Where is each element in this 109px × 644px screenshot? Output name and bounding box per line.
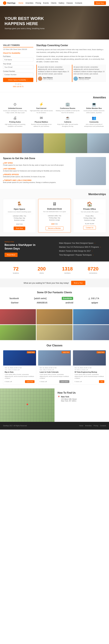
nav-links: Home Amenities Pricing Events Clients Ga… [18, 2, 82, 4]
feature-2-0: Private Office [76, 215, 104, 217]
class-badge-2[interactable]: Apply Now [97, 351, 105, 353]
footer-link-amenities[interactable]: Amenities [85, 425, 92, 426]
feature-1-1: Printing 50pp / day [41, 217, 69, 219]
dedicated-desk-desc: Your own dedicated desk in our space [41, 211, 69, 212]
book-now-button[interactable]: Book Now [94, 1, 106, 5]
class-body-1: Oct. 10, 2016 | 15:30–17:30 Dan. Gilly |… [38, 366, 71, 384]
space-title-2: PRIVATE OFFICES [3, 174, 73, 176]
amenity-name-4: Printing Suites [3, 121, 27, 123]
avatar-1 [38, 76, 42, 81]
person-photo-1 [0, 133, 22, 153]
nav-contacts[interactable]: Contacts [75, 2, 82, 4]
space-hot-desking: HOT DESKING A shared desk space for free… [3, 168, 73, 172]
open-space-book-button[interactable]: Book Now [14, 226, 25, 230]
email-input[interactable] [3, 65, 33, 69]
footer: StartApp 2017. All Rights Reserved Home … [0, 422, 109, 430]
class-body-2: Oct. 10, 2016 | 15:30–17:30 SF Data | 5 … [73, 366, 106, 384]
become-link-1[interactable]: Maintain Your 9-5 Performance With Pr Pr… [59, 246, 105, 248]
space-desc-1: A shared desk space for freelancers and … [3, 170, 73, 172]
fast-internet-icon: ⚡ [29, 102, 53, 106]
stat-connections: 8720 connections [80, 266, 106, 274]
class-body-0: Oct. 10, 2016 | 15:30–17:30 Ann. Arbor |… [3, 366, 36, 384]
client-android: android [66, 302, 73, 304]
amenity-desc-7: Join a vibrant community of entrepreneur… [82, 124, 106, 127]
quote-2: An ipsum dolor sit amet, consectetur adi… [72, 65, 106, 82]
logo-text: StartApp [7, 2, 15, 4]
author-2-info: Marcus Johnson StartApp Member [79, 77, 91, 80]
class-name-2: SF Data Engineering Meetup [75, 371, 104, 373]
nav-classes[interactable]: Classes [66, 2, 73, 4]
open-space-features: Unlimited Coffee / Tea Printing 25pp / d… [5, 214, 33, 221]
space-off-sites: OFF SITES Private spaces for your team. … [3, 162, 73, 166]
private-office-price: $1,250–$3,500 [76, 222, 104, 224]
cta-button[interactable]: Book a Tour [71, 281, 86, 285]
become-section: Starting is Easy Become a StartApper inS… [0, 236, 109, 262]
class-img-1: Apply Now [38, 350, 71, 366]
become-link-2[interactable]: Modern Trends in Web Design for 2017 [59, 250, 105, 252]
private-office-features: Private Office Printing 100pp / day Busi… [76, 214, 104, 221]
class-badge-0[interactable]: Apply Now [27, 351, 35, 353]
phone-input[interactable] [3, 72, 33, 76]
class-name-0: Big to Data [5, 371, 34, 373]
check-availability-label: Check For Availability [3, 52, 33, 54]
class-footer-0: 5 Seats Left Apply Now [5, 380, 34, 383]
sidebar-address: 115 West 18th Street Suite 200/100 [3, 48, 33, 50]
client-eventbrite: Eventbrite [62, 297, 73, 300]
class-badge-1[interactable]: Apply Now [62, 351, 70, 353]
mailbox-icon: ✉ [29, 116, 53, 120]
cta-section: What are you waiting for? Book your free… [0, 278, 109, 287]
gallery-item-6 [73, 325, 109, 340]
logo[interactable]: StartApp [3, 1, 15, 5]
amenity-printing: 🖨 Printing Suites High quality printing … [3, 116, 27, 127]
nav-home[interactable]: Home [18, 2, 23, 4]
dedicated-desk-icon: 🖥 [41, 201, 69, 206]
footer-link-home[interactable]: Home [79, 425, 83, 426]
class-btn-2[interactable]: Yes [99, 380, 104, 383]
map-pin: 📍 [25, 403, 29, 407]
class-instructor-1: Dan. Gilly | 5 Seats Left [40, 369, 70, 370]
feature-2-2: Business Lounge [76, 220, 104, 221]
nav-clients[interactable]: Clients [51, 2, 56, 4]
feature-0-0: Unlimited Coffee / Tea [5, 215, 33, 217]
dedicated-desk-member-button[interactable]: Become a Member [46, 226, 63, 230]
class-date-0: Oct. 10, 2016 | 15:30–17:30 [5, 367, 34, 368]
nav-gallery[interactable]: Gallery [59, 2, 64, 4]
amenity-unlimited-access: ⊙ Unlimited Access Access your workspace… [3, 102, 27, 114]
feature-0-1: Printing 25pp / day [5, 217, 33, 219]
person-photo-3 [44, 133, 65, 153]
find-location-item: 📍 New York 115 West 18th StreetNew York,… [58, 396, 106, 402]
clients-logos: facebook [adult swim] Eventbrite △ DELTA [3, 297, 106, 300]
spaces-image [76, 157, 106, 185]
private-office-contact-button[interactable]: Contact Us [83, 226, 96, 230]
become-right: Make Myspace Your Best Designed Space Ma… [54, 236, 109, 262]
amenity-desc-1: High-speed fiber optic internet access f… [29, 110, 53, 114]
become-link-0[interactable]: Make Myspace Your Best Designed Space [59, 242, 105, 244]
space-title-0: OFF SITES [3, 162, 73, 164]
class-btn-0[interactable]: Apply Now [25, 380, 34, 383]
amenities-title: Amenities [3, 96, 106, 99]
footer-link-contacts[interactable]: Contacts [100, 425, 106, 426]
private-office-desc: Your own private office space [76, 211, 104, 212]
spaces-title: Spaces to Get the Job Done [3, 157, 73, 160]
find-us-section: 📍 How To Find Us 📍 New York 115 West 18t… [0, 388, 109, 422]
intro-title: StartApp Coworking Center [36, 44, 106, 47]
become-link-3[interactable]: Time Management • Popular Techniques [59, 254, 105, 256]
become-read-more-button[interactable]: Read More [4, 253, 17, 257]
footer-link-pricing[interactable]: Pricing [94, 425, 98, 426]
amenity-online-box: 💻 Online Member Box Access all your memb… [82, 102, 106, 114]
class-btn-1[interactable]: Learn More [59, 380, 69, 383]
stat-members: 1318 members [54, 266, 80, 274]
nav-events[interactable]: Events [43, 2, 49, 4]
check-availability-button[interactable]: Check Space Availability → [3, 78, 33, 82]
amenity-community: 👥 Community Join a vibrant community of … [82, 116, 106, 127]
become-left: Starting is Easy Become a StartApper inS… [0, 236, 54, 262]
community-icon: 👥 [82, 116, 106, 120]
feature-2-1: Printing 100pp / day [76, 217, 104, 219]
fullname-input[interactable] [3, 58, 33, 62]
space-private: PRIVATE OFFICES Dedicated private spaces… [3, 174, 73, 178]
amenities-grid: ⊙ Unlimited Access Access your workspace… [3, 102, 106, 127]
nav-pricing[interactable]: Pricing [36, 2, 41, 4]
nav-amenities[interactable]: Amenities [25, 2, 33, 4]
author-1-name: Sara Fillmore [43, 77, 53, 79]
class-seats-2: 5 Seats Left [75, 381, 82, 382]
